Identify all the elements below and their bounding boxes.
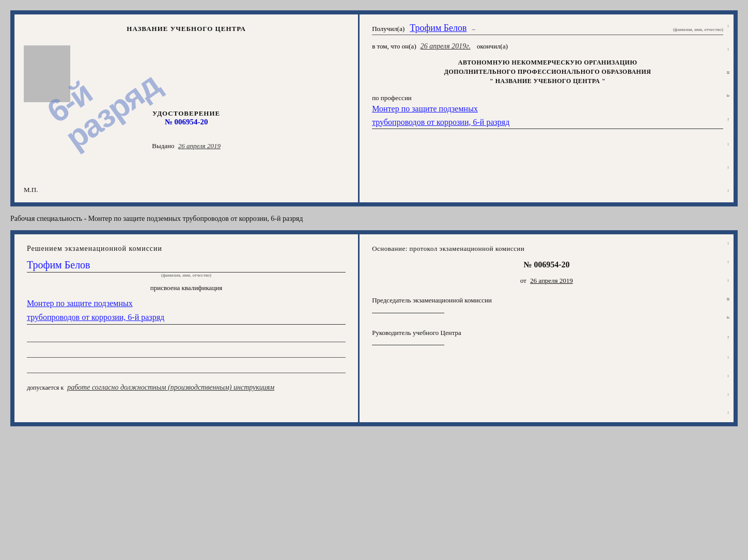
dopuskaetsya-block: допускается к работе согласно должностны… [27, 383, 346, 392]
udostoverenie-block: УДОСТОВЕРЕНИЕ № 006954-20 [152, 109, 220, 126]
edge-mark-5: ← [726, 117, 731, 122]
profession-bottom-block: Монтер по защите подземных трубопроводов… [27, 296, 346, 325]
bottom-edge-9: – [726, 393, 731, 396]
bottom-name: Трофим Белов [27, 259, 346, 273]
predsedatel-label: Председатель экзаменационной комиссии [372, 295, 721, 306]
bottom-cert-left: Решением экзаменационной комиссии Трофим… [14, 234, 360, 422]
specialty-line: Рабочая специальность - Монтер по защите… [10, 213, 738, 224]
edge-mark-6: – [726, 143, 731, 146]
org-block: АВТОНОМНУЮ НЕКОММЕРЧЕСКУЮ ОРГАНИЗАЦИЮ ДО… [372, 58, 723, 86]
bottom-edge-4: и [726, 298, 731, 300]
top-cert-title: НАЗВАНИЕ УЧЕБНОГО ЦЕНТРА [127, 25, 246, 33]
blank-line-1 [27, 333, 346, 342]
dash-separator: – [472, 25, 476, 33]
ot-date: 26 апреля 2019 [530, 277, 573, 284]
bottom-edge-6: ← [726, 335, 731, 340]
predsedatel-signature-line [372, 313, 444, 313]
dopuskaetsya-text: работе согласно должностным (производств… [67, 383, 274, 391]
bottom-edge-2: – [726, 261, 731, 263]
bottom-edge-7: – [726, 356, 731, 359]
edge-mark-7: – [726, 166, 731, 169]
osnovanie-label: Основание: протокол экзаменационной коми… [372, 245, 721, 253]
vtom-label: в том, что он(а) [372, 42, 416, 51]
udost-number: № 006954-20 [152, 118, 220, 126]
po-professii-block: по профессии Монтер по защите подземных … [372, 94, 723, 129]
predsedatel-block: Председатель экзаменационной комиссии [372, 295, 721, 314]
edge-mark-3: и [726, 71, 731, 74]
poluchil-row: Получил(а) Трофим Белов – (фамилия, имя,… [372, 23, 723, 35]
prisvoyena-label: присвоена квалификация [27, 284, 346, 292]
org-name: " НАЗВАНИЕ УЧЕБНОГО ЦЕНТРА " [372, 76, 723, 86]
ot-label: от [520, 277, 526, 284]
vydano-date: 26 апреля 2019 [178, 142, 221, 150]
top-cert-left: НАЗВАНИЕ УЧЕБНОГО ЦЕНТРА 6-йразряд УДОСТ… [14, 14, 360, 202]
profession-line2-top: трубопроводов от коррозии, 6-й разряд [372, 116, 723, 130]
bottom-edge-3: – [726, 279, 731, 282]
blank-line-2 [27, 348, 346, 358]
right-edge-marks-bottom: – – – и а ← – – – – [724, 234, 734, 422]
specialty-text: Рабочая специальность - Монтер по защите… [10, 215, 303, 222]
edge-mark-4: а [726, 94, 731, 97]
resheniem-text: Решением экзаменационной комиссии [27, 245, 346, 253]
bottom-edge-5: а [726, 316, 731, 318]
edge-mark-1: – [726, 25, 731, 27]
right-edge-marks-top: – – и а ← – – – [724, 14, 734, 202]
photo-placeholder [24, 45, 70, 102]
top-certificate: НАЗВАНИЕ УЧЕБНОГО ЦЕНТРА 6-йразряд УДОСТ… [10, 10, 738, 206]
rukovoditel-block: Руководитель учебного Центра [372, 328, 721, 347]
po-professii-label: по профессии [372, 94, 723, 102]
ot-date-row: от 26 апреля 2019 [372, 277, 721, 285]
rukovoditel-signature-line [372, 345, 444, 345]
fio-label-top: (фамилия, имя, отчество) [673, 27, 723, 32]
profession-line1-top: Монтер по защите подземных [372, 102, 723, 116]
dopuskaetsya-label: допускается к [27, 384, 64, 391]
okonchil-label: окончил(а) [477, 42, 508, 51]
edge-mark-2: – [726, 48, 731, 51]
bottom-cert-right: Основание: протокол экзаменационной коми… [360, 234, 734, 422]
org-line2: ДОПОЛНИТЕЛЬНОГО ПРОФЕССИОНАЛЬНОГО ОБРАЗО… [372, 67, 723, 76]
blank-line-3 [27, 364, 346, 373]
bottom-edge-1: – [726, 242, 731, 245]
bottom-name-block: Трофим Белов (фамилия, имя, отчество) [27, 259, 346, 278]
mp-label: М.П. [24, 186, 38, 194]
bottom-fio-label: (фамилия, имя, отчество) [27, 273, 346, 278]
bottom-certificate: Решением экзаменационной комиссии Трофим… [10, 230, 738, 426]
rukovoditel-label: Руководитель учебного Центра [372, 328, 721, 338]
edge-mark-8: – [726, 189, 731, 192]
poluchil-label: Получил(а) [372, 25, 404, 33]
top-cert-right: Получил(а) Трофим Белов – (фамилия, имя,… [360, 14, 734, 202]
vydano-label: Выдано [152, 142, 174, 150]
profession-bottom-line2: трубопроводов от коррозии, 6-й разряд [27, 310, 346, 325]
udost-label: УДОСТОВЕРЕНИЕ [152, 109, 220, 118]
protocol-number: № 006954-20 [372, 260, 721, 269]
vtom-date: 26 апреля 2019г. [420, 42, 471, 51]
vydano-line: Выдано 26 апреля 2019 [152, 142, 221, 150]
bottom-edge-8: – [726, 375, 731, 377]
bottom-edge-10: – [726, 411, 731, 414]
page-wrapper: НАЗВАНИЕ УЧЕБНОГО ЦЕНТРА 6-йразряд УДОСТ… [10, 10, 738, 426]
poluchil-name: Трофим Белов [410, 23, 466, 34]
profession-bottom-line1: Монтер по защите подземных [27, 296, 346, 310]
org-line1: АВТОНОМНУЮ НЕКОММЕРЧЕСКУЮ ОРГАНИЗАЦИЮ [372, 58, 723, 67]
vtom-row: в том, что он(а) 26 апреля 2019г. окончи… [372, 42, 723, 51]
